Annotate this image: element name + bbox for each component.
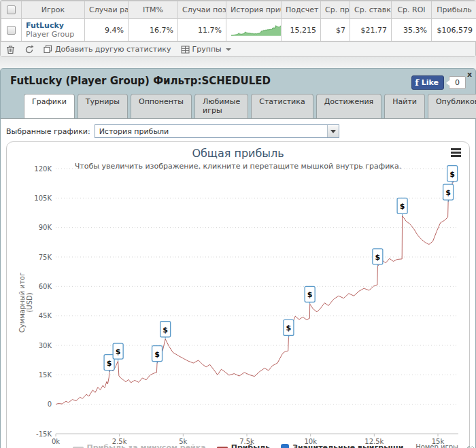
tab-найти[interactable]: Найти <box>384 94 425 118</box>
svg-text:$: $ <box>445 188 451 197</box>
delete-button[interactable] <box>6 45 15 54</box>
significant-win-flag[interactable]: $ <box>305 286 315 304</box>
column-header[interactable]: Случаи ран <box>85 1 129 19</box>
add-statistic-label: Добавить другую статистику <box>55 45 171 54</box>
significant-win-flag[interactable]: $ <box>373 249 383 266</box>
legend-label: Прибыль <box>231 443 270 448</box>
svg-text:$: $ <box>400 202 405 211</box>
stats-table: ИгрокСлучаи ранITM%Случаи позднИстория п… <box>1 1 476 41</box>
column-header[interactable]: Случаи поздн <box>178 1 226 19</box>
tab-турниры[interactable]: Турниры <box>78 94 128 118</box>
svg-text:$: $ <box>449 170 455 179</box>
legend-item[interactable]: Значительные выигрыши <box>281 443 403 448</box>
significant-win-flag[interactable]: $ <box>284 320 294 337</box>
trash-icon <box>6 45 15 54</box>
column-header[interactable]: Ср. прибы <box>321 1 350 19</box>
groups-icon <box>181 46 190 54</box>
chart-subtitle: Чтобы увеличить изображение, кликните и … <box>7 162 469 171</box>
significant-win-flag[interactable]: $ <box>152 346 163 364</box>
chart-select[interactable]: История прибыли <box>95 124 339 138</box>
stat-cell: $7 <box>321 19 350 41</box>
refresh-icon <box>24 45 34 54</box>
svg-text:105K: 105K <box>34 194 52 202</box>
legend-label: Значительные выигрыши <box>292 443 403 448</box>
stat-cell: 11.7% <box>178 19 226 41</box>
groups-label: Группы <box>192 45 222 54</box>
tab-оппоненты[interactable]: Оппоненты <box>131 94 192 118</box>
svg-text:60K: 60K <box>39 283 52 290</box>
tab-достижения[interactable]: Достижения <box>316 94 382 118</box>
select-arrow-button[interactable] <box>327 125 339 137</box>
select-all-checkbox[interactable] <box>7 5 16 14</box>
stats-table-header-row: ИгрокСлучаи ранITM%Случаи позднИстория п… <box>1 1 476 19</box>
player-panel: FutLucky (Player Group) Фильтр:SCHEDULED… <box>0 68 476 448</box>
chart-select-row: Выбранные графики: История прибыли <box>6 122 470 141</box>
tab-любимые игры[interactable]: Любимые игры <box>194 94 248 118</box>
facebook-icon: f <box>415 77 419 88</box>
chart-select-value: История прибыли <box>95 127 327 136</box>
stats-widget: ИгрокСлучаи ранITM%Случаи позднИстория п… <box>0 0 476 57</box>
profit-history-sparkline <box>226 19 282 41</box>
column-header[interactable]: Ср. ROI <box>392 1 432 19</box>
svg-text:$: $ <box>154 350 160 359</box>
close-icon[interactable]: x <box>467 70 472 79</box>
panel-header: FutLucky (Player Group) Фильтр:SCHEDULED… <box>1 69 475 118</box>
svg-text:$: $ <box>107 359 112 368</box>
svg-text:75K: 75K <box>39 254 52 261</box>
chevron-down-icon <box>330 130 336 133</box>
like-count-badge: 0 <box>449 76 466 89</box>
stat-cell: 35.3% <box>392 19 432 41</box>
row-checkbox[interactable] <box>7 26 16 35</box>
table-row: FutLuckyPlayer Group9.4%16.7%11.7%15,215… <box>1 19 476 41</box>
tab-опубликовать[interactable]: Опубликовать <box>428 94 476 118</box>
svg-text:15K: 15K <box>39 371 52 379</box>
legend-item[interactable]: Прибыль за минусом рейка <box>73 443 206 448</box>
add-statistic-button[interactable]: Добавить другую статистику <box>44 45 171 54</box>
copy-icon <box>44 45 52 54</box>
svg-text:$: $ <box>163 326 168 334</box>
legend-item[interactable]: Прибыль <box>217 443 270 448</box>
refresh-button[interactable] <box>24 45 34 54</box>
significant-win-flag[interactable]: $ <box>443 184 454 202</box>
player-link[interactable]: FutLucky <box>26 21 80 30</box>
significant-win-flag[interactable]: $ <box>160 322 171 339</box>
facebook-like-widget: f Like 0 <box>411 75 466 90</box>
tab-графики[interactable]: Графики <box>24 94 75 118</box>
svg-text:0: 0 <box>48 400 52 408</box>
stat-cell: 9.4% <box>85 19 129 41</box>
legend-label: Прибыль за минусом рейка <box>87 443 206 448</box>
chart-title: Общая прибыль <box>7 147 469 160</box>
tab-bar: ГрафикиТурнирыОппонентыЛюбимые игрыСтати… <box>24 94 467 118</box>
column-header[interactable]: Подсчет <box>282 1 321 19</box>
chevron-down-icon <box>226 48 231 51</box>
svg-text:$: $ <box>116 347 121 356</box>
chart-plot-area[interactable]: -15K015K30K45K60K75K90K105K120K0k2.5k5k7… <box>7 142 470 448</box>
y-axis-title: Суммарный итог (USD) <box>18 262 33 343</box>
tab-статистика[interactable]: Статистика <box>251 94 313 118</box>
column-header[interactable]: Прибыль <box>432 1 476 19</box>
svg-text:-15K: -15K <box>36 430 52 438</box>
panel-body: Выбранные графики: История прибыли -15K0… <box>1 118 475 448</box>
significant-win-flag[interactable]: $ <box>113 343 123 361</box>
column-header[interactable]: Игрок <box>22 1 85 19</box>
player-group-label: Player Group <box>26 30 80 39</box>
significant-win-flag[interactable]: $ <box>397 198 407 216</box>
page: ИгрокСлучаи ранITM%Случаи позднИстория п… <box>0 0 476 448</box>
svg-text:90K: 90K <box>39 224 52 231</box>
svg-text:$: $ <box>307 290 313 299</box>
profit-chart: -15K015K30K45K60K75K90K105K120K0k2.5k5k7… <box>6 141 470 448</box>
page-gap <box>0 57 476 68</box>
svg-text:$: $ <box>375 253 381 262</box>
column-header[interactable]: ITM% <box>129 1 178 19</box>
column-header[interactable]: Ср. ставка <box>350 1 392 19</box>
stat-cell: $106,579 <box>432 19 476 41</box>
chart-menu-icon[interactable] <box>451 148 461 158</box>
x-axis-title: Номер игры <box>415 443 458 448</box>
groups-button[interactable]: Группы <box>181 45 231 54</box>
facebook-like-button[interactable]: f Like <box>411 75 444 90</box>
stat-cell: 15,215 <box>282 19 321 41</box>
legend-square-icon <box>281 444 289 448</box>
column-header[interactable]: История прибы <box>226 1 282 19</box>
svg-text:30K: 30K <box>39 342 52 349</box>
stat-cell: 16.7% <box>129 19 178 41</box>
